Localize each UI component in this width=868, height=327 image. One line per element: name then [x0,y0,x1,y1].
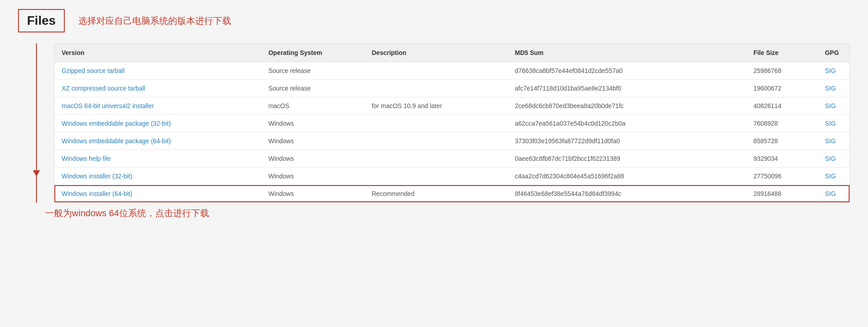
table-row: XZ compressed source tarballSource relea… [54,80,850,97]
table-row: Windows help fileWindows0aee63c8fb87dc71… [54,150,850,168]
version-cell[interactable]: macOS 64-bit universal2 installer [54,97,261,115]
table-row: Windows installer (64-bit)WindowsRecomme… [54,185,850,203]
version-cell[interactable]: Windows help file [54,150,261,168]
filesize-cell: 28916488 [746,185,818,203]
version-link[interactable]: macOS 64-bit universal2 installer [62,102,154,109]
os-cell: Windows [261,132,365,150]
md5-cell: a62cca7ea561a037e54b4c0d120c2b0a [508,115,746,132]
md5-cell: d76638ca8bf57e44ef0841d2cde557a0 [508,62,746,80]
os-cell: Windows [261,185,365,203]
sig-link[interactable]: SIG [825,102,836,109]
version-cell[interactable]: Windows installer (32-bit) [54,168,261,185]
sig-link[interactable]: SIG [825,190,836,197]
filesize-cell: 25986768 [746,62,818,80]
sig-link[interactable]: SIG [825,173,836,180]
files-table-wrapper: Version Operating System Description MD5… [54,43,850,203]
sig-link[interactable]: SIG [825,67,836,74]
filesize-cell: 9329034 [746,150,818,168]
gpg-cell[interactable]: SIG [818,115,850,132]
os-cell: Source release [261,80,365,97]
description-cell [365,132,508,150]
table-row: Windows embeddable package (32-bit)Windo… [54,115,850,132]
table-row: Gzipped source tarballSource released766… [54,62,850,80]
version-cell[interactable]: Windows embeddable package (64-bit) [54,132,261,150]
page-container: Files 选择对应自己电脑系统的版本进行下载 Version Operatin… [18,9,850,219]
md5-cell: 2ce68dc6cb870ed3beea8a20b0de71fc [508,97,746,115]
version-link[interactable]: Gzipped source tarball [62,67,125,74]
gpg-cell[interactable]: SIG [818,150,850,168]
filesize-cell: 40826114 [746,97,818,115]
footer-annotation: 一般为windows 64位系统，点击进行下载 [18,207,850,219]
annotation-container: Version Operating System Description MD5… [18,43,850,203]
col-header-desc: Description [365,44,508,62]
arrow-head [33,170,40,177]
filesize-cell: 27750096 [746,168,818,185]
filesize-cell: 8585728 [746,132,818,150]
files-table: Version Operating System Description MD5… [54,44,850,202]
gpg-cell[interactable]: SIG [818,132,850,150]
description-cell: Recommended [365,185,508,203]
arrow-line [36,43,37,203]
version-link[interactable]: Windows installer (64-bit) [62,190,132,197]
version-cell[interactable]: Windows installer (64-bit) [54,185,261,203]
arrow-annotation [18,43,54,203]
sig-link[interactable]: SIG [825,85,836,92]
sig-link[interactable]: SIG [825,137,836,145]
table-body: Gzipped source tarballSource released766… [54,62,850,203]
sig-link[interactable]: SIG [825,155,836,162]
table-header-row: Version Operating System Description MD5… [54,44,850,62]
os-cell: Source release [261,62,365,80]
gpg-cell[interactable]: SIG [818,168,850,185]
col-header-gpg: GPG [818,44,850,62]
col-header-version: Version [54,44,261,62]
header-annotation: 选择对应自己电脑系统的版本进行下载 [78,15,231,27]
os-cell: Windows [261,168,365,185]
files-title: Files [27,14,56,27]
version-link[interactable]: XZ compressed source tarball [62,85,145,92]
description-cell [365,62,508,80]
md5-cell: 37303f03e19563fa87722d9df11d0fa0 [508,132,746,150]
version-link[interactable]: Windows embeddable package (32-bit) [62,120,171,127]
description-cell [365,80,508,97]
gpg-cell[interactable]: SIG [818,185,850,203]
os-cell: Windows [261,115,365,132]
header-section: Files 选择对应自己电脑系统的版本进行下载 [18,9,850,32]
description-cell [365,115,508,132]
footer-annotation-text: 一般为windows 64位系统，点击进行下载 [45,207,209,219]
version-link[interactable]: Windows help file [62,155,111,162]
version-link[interactable]: Windows embeddable package (64-bit) [62,137,171,145]
col-header-size: File Size [746,44,818,62]
version-cell[interactable]: XZ compressed source tarball [54,80,261,97]
md5-cell: 0aee63c8fb87dc71bf2bcc1f62231389 [508,150,746,168]
version-link[interactable]: Windows installer (32-bit) [62,173,132,180]
md5-cell: afc7e14f7118d10d1ba95ae8e2134bf0 [508,80,746,97]
table-row: Windows installer (32-bit)Windowsc4aa2cd… [54,168,850,185]
version-cell[interactable]: Gzipped source tarball [54,62,261,80]
table-row: macOS 64-bit universal2 installermacOSfo… [54,97,850,115]
description-cell [365,168,508,185]
os-cell: macOS [261,97,365,115]
col-header-os: Operating System [261,44,365,62]
os-cell: Windows [261,150,365,168]
sig-link[interactable]: SIG [825,120,836,127]
col-header-md5: MD5 Sum [508,44,746,62]
gpg-cell[interactable]: SIG [818,97,850,115]
filesize-cell: 19600672 [746,80,818,97]
md5-cell: c4aa2cd7d62304c804e45a51696f2a88 [508,168,746,185]
filesize-cell: 7608928 [746,115,818,132]
table-row: Windows embeddable package (64-bit)Windo… [54,132,850,150]
gpg-cell[interactable]: SIG [818,62,850,80]
gpg-cell[interactable]: SIG [818,80,850,97]
description-cell: for macOS 10.9 and later [365,97,508,115]
files-title-box: Files [18,9,65,32]
description-cell [365,150,508,168]
version-cell[interactable]: Windows embeddable package (32-bit) [54,115,261,132]
md5-cell: 8f46453e68ef38e5544a76d84df3994c [508,185,746,203]
